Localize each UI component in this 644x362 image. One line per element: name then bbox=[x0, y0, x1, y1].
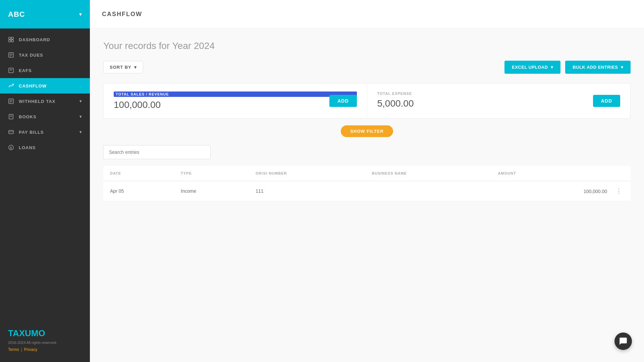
sidebar: ABC ▾ Dashboard bbox=[0, 0, 90, 362]
row-menu-button[interactable]: ⋮ bbox=[614, 187, 624, 195]
col-business: BUSINESS NAME bbox=[365, 166, 491, 181]
col-amount: AMOUNT bbox=[491, 166, 631, 181]
link-divider: | bbox=[21, 347, 22, 352]
svg-rect-2 bbox=[9, 40, 11, 42]
sidebar-item-label: Withheld Tax bbox=[19, 99, 55, 104]
eafs-icon bbox=[8, 67, 14, 73]
logo-tax: TAX bbox=[8, 328, 25, 338]
stats-row: TOTAL SALES / REVENUE 100,000.00 ADD TOT… bbox=[103, 83, 631, 119]
withheld-tax-chevron-icon: ▾ bbox=[79, 99, 82, 104]
bulk-add-label: BULK ADD ENTRIES bbox=[573, 65, 618, 70]
col-type: TYPE bbox=[174, 166, 249, 181]
table-header: DATE TYPE OR/SI NUMBER BUSINESS NAME AMO… bbox=[103, 166, 631, 181]
sidebar-item-tax-dues[interactable]: Tax Dues bbox=[0, 47, 90, 63]
dashboard-icon bbox=[8, 37, 14, 43]
svg-rect-0 bbox=[9, 37, 11, 39]
row-type: Income bbox=[174, 181, 249, 201]
sidebar-item-label: EAFS bbox=[19, 68, 32, 73]
sidebar-item-pay-bills[interactable]: Pay Bills ▾ bbox=[0, 124, 90, 140]
pay-bills-icon bbox=[8, 129, 14, 135]
sidebar-item-loans[interactable]: $ Loans bbox=[0, 140, 90, 155]
row-orsi: 111 bbox=[249, 181, 365, 201]
add-expense-button[interactable]: ADD bbox=[593, 95, 620, 107]
records-heading: Your records for Year 2024 bbox=[103, 41, 631, 51]
row-business bbox=[365, 181, 491, 201]
books-icon bbox=[8, 114, 14, 120]
col-orsi: OR/SI NUMBER bbox=[249, 166, 365, 181]
terms-link[interactable]: Terms bbox=[8, 347, 19, 352]
sidebar-item-label: Cashflow bbox=[19, 83, 47, 88]
total-sales-value: 100,000.00 bbox=[114, 100, 357, 110]
table-body: Apr 05 Income 111 100,000.00 ⋮ bbox=[103, 181, 631, 201]
sidebar-item-cashflow[interactable]: Cashflow bbox=[0, 78, 90, 94]
footer-links: Terms | Privacy bbox=[8, 347, 82, 352]
sidebar-item-books[interactable]: Books ▾ bbox=[0, 109, 90, 124]
sidebar-item-label: Dashboard bbox=[19, 37, 50, 42]
toolbar-right: EXCEL UPLOAD ▾ BULK ADD ENTRIES ▾ bbox=[504, 61, 631, 74]
svg-rect-1 bbox=[11, 37, 13, 39]
excel-upload-button[interactable]: EXCEL UPLOAD ▾ bbox=[504, 61, 560, 74]
row-amount: 100,000.00 ⋮ bbox=[491, 181, 631, 201]
topbar: CASHFLOW bbox=[90, 0, 644, 28]
sidebar-header[interactable]: ABC ▾ bbox=[0, 0, 90, 28]
company-chevron-icon[interactable]: ▾ bbox=[79, 11, 82, 17]
table-row: Apr 05 Income 111 100,000.00 ⋮ bbox=[103, 181, 631, 201]
chat-bubble-button[interactable] bbox=[614, 333, 632, 350]
sidebar-item-label: Pay Bills bbox=[19, 130, 44, 135]
total-sales-label: TOTAL SALES / REVENUE bbox=[114, 92, 357, 97]
svg-rect-3 bbox=[11, 40, 13, 42]
copyright-text: 2016-2024 All rights reserved. bbox=[8, 341, 82, 345]
search-row bbox=[103, 145, 631, 159]
svg-rect-18 bbox=[9, 130, 13, 134]
loans-icon: $ bbox=[8, 144, 14, 150]
row-date: Apr 05 bbox=[103, 181, 174, 201]
pay-bills-chevron-icon: ▾ bbox=[79, 130, 82, 134]
page-title: CASHFLOW bbox=[102, 11, 142, 18]
col-date: DATE bbox=[103, 166, 174, 181]
sort-by-label: SORT BY bbox=[110, 65, 131, 70]
sort-by-button[interactable]: SORT BY ▾ bbox=[103, 61, 143, 73]
excel-upload-label: EXCEL UPLOAD bbox=[512, 65, 548, 70]
entries-table: DATE TYPE OR/SI NUMBER BUSINESS NAME AMO… bbox=[103, 166, 631, 201]
bulk-add-button[interactable]: BULK ADD ENTRIES ▾ bbox=[565, 61, 631, 74]
privacy-link[interactable]: Privacy bbox=[24, 347, 37, 352]
total-expense-label: TOTAL EXPENSE bbox=[377, 92, 621, 96]
app-logo: TAXUMO bbox=[8, 328, 82, 339]
sidebar-item-eafs[interactable]: EAFS bbox=[0, 63, 90, 78]
sidebar-item-label: Tax Dues bbox=[19, 53, 43, 58]
tax-dues-icon bbox=[8, 52, 14, 58]
add-sales-button[interactable]: ADD bbox=[329, 95, 357, 107]
logo-umo: UMO bbox=[25, 328, 45, 338]
show-filter-row: SHOW FILTER bbox=[103, 125, 631, 137]
total-expense-card: TOTAL EXPENSE 5,000.00 ADD bbox=[367, 83, 631, 118]
excel-upload-chevron-icon: ▾ bbox=[551, 65, 553, 70]
svg-text:$: $ bbox=[10, 146, 12, 149]
sidebar-item-dashboard[interactable]: Dashboard bbox=[0, 32, 90, 47]
cashflow-icon bbox=[8, 83, 14, 89]
company-name: ABC bbox=[8, 10, 25, 19]
search-input[interactable] bbox=[103, 145, 211, 159]
sidebar-item-withheld-tax[interactable]: Withheld Tax ▾ bbox=[0, 94, 90, 109]
withheld-tax-icon bbox=[8, 98, 14, 104]
total-sales-card: TOTAL SALES / REVENUE 100,000.00 ADD bbox=[104, 83, 367, 118]
total-expense-value: 5,000.00 bbox=[377, 98, 621, 109]
toolbar-row: SORT BY ▾ EXCEL UPLOAD ▾ BULK ADD ENTRIE… bbox=[103, 61, 631, 74]
books-chevron-icon: ▾ bbox=[79, 114, 82, 119]
show-filter-button[interactable]: SHOW FILTER bbox=[341, 125, 393, 137]
sort-by-chevron-icon: ▾ bbox=[134, 65, 137, 70]
entries-table-container: DATE TYPE OR/SI NUMBER BUSINESS NAME AMO… bbox=[103, 166, 631, 201]
sidebar-nav: Dashboard Tax Dues bbox=[0, 28, 90, 321]
bulk-add-chevron-icon: ▾ bbox=[621, 65, 624, 70]
sidebar-footer: TAXUMO 2016-2024 All rights reserved. Te… bbox=[0, 321, 90, 362]
sidebar-item-label: Books bbox=[19, 114, 37, 119]
sidebar-item-label: Loans bbox=[19, 145, 36, 150]
content-area: Your records for Year 2024 SORT BY ▾ EXC… bbox=[90, 28, 644, 362]
main-content: CASHFLOW Your records for Year 2024 SORT… bbox=[90, 0, 644, 362]
